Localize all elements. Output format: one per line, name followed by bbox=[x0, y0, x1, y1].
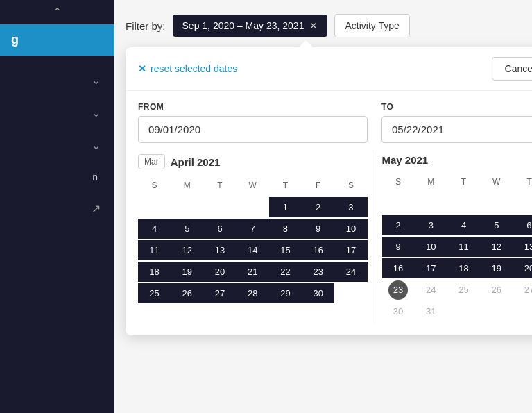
left-day-30[interactable]: 30 bbox=[302, 283, 334, 303]
left-day-19[interactable]: 19 bbox=[171, 262, 203, 282]
left-day-empty-3 bbox=[203, 197, 236, 217]
left-day-21[interactable]: 21 bbox=[237, 262, 269, 282]
left-day-15[interactable]: 15 bbox=[269, 240, 302, 260]
sidebar-brand: g bbox=[0, 24, 114, 56]
left-calendar: Mar April 2021 S M T W T F S bbox=[138, 151, 375, 323]
calendars-section: Mar April 2021 S M T W T F S bbox=[126, 151, 532, 335]
left-day-13[interactable]: 13 bbox=[203, 240, 236, 260]
chevron-down-icon-3: ⌄ bbox=[92, 139, 101, 152]
to-date-input[interactable] bbox=[381, 116, 532, 143]
right-day-17[interactable]: 17 bbox=[415, 258, 447, 278]
cancel-button[interactable]: Cancel bbox=[492, 57, 532, 81]
right-day-20[interactable]: 20 bbox=[513, 258, 532, 278]
left-day-24[interactable]: 24 bbox=[334, 262, 367, 282]
sidebar-nav-item-n[interactable]: n bbox=[0, 162, 114, 192]
popup-top-bar: ✕ reset selected dates Cancel Apply bbox=[126, 47, 532, 91]
left-day-4[interactable]: 4 bbox=[138, 219, 171, 239]
left-week-2: 4 5 6 7 8 9 10 bbox=[138, 219, 368, 239]
right-day-5[interactable]: 5 bbox=[480, 215, 513, 235]
right-day-13[interactable]: 13 bbox=[513, 237, 532, 257]
left-day-7[interactable]: 7 bbox=[237, 219, 269, 239]
right-calendar: May 2021 S M T W T F S bbox=[375, 151, 533, 323]
right-day-31[interactable]: 31 bbox=[415, 301, 447, 321]
reset-dates-link[interactable]: ✕ reset selected dates bbox=[138, 63, 237, 74]
right-day-26[interactable]: 26 bbox=[480, 280, 513, 300]
label-n: n bbox=[92, 171, 98, 183]
calendar-popup: ✕ reset selected dates Cancel Apply FROM… bbox=[126, 47, 532, 335]
left-week-4: 18 19 20 21 22 23 24 bbox=[138, 262, 368, 282]
right-week-6: 30 31 bbox=[382, 301, 533, 321]
right-day-27[interactable]: 27 bbox=[513, 280, 532, 300]
left-day-1[interactable]: 1 bbox=[269, 197, 302, 217]
left-month-title: April 2021 bbox=[171, 156, 221, 168]
left-day-2[interactable]: 2 bbox=[302, 197, 334, 217]
left-day-20[interactable]: 20 bbox=[203, 262, 236, 282]
left-day-5[interactable]: 5 bbox=[171, 219, 203, 239]
main-area: Filter by: Sep 1, 2020 – May 23, 2021 ✕ … bbox=[114, 0, 532, 413]
left-day-17[interactable]: 17 bbox=[334, 240, 367, 260]
sidebar-external-link[interactable]: ↗ bbox=[0, 192, 114, 225]
rdow-t2: T bbox=[513, 174, 532, 189]
date-inputs: FROM TO bbox=[126, 91, 532, 151]
right-day-6[interactable]: 6 bbox=[513, 215, 532, 235]
right-day-12[interactable]: 12 bbox=[480, 237, 513, 257]
right-day-9[interactable]: 9 bbox=[382, 237, 415, 257]
date-range-close-icon[interactable]: ✕ bbox=[309, 20, 318, 31]
left-day-8[interactable]: 8 bbox=[269, 219, 302, 239]
left-day-10[interactable]: 10 bbox=[334, 219, 367, 239]
sidebar-nav-item-3[interactable]: ⌄ bbox=[0, 129, 114, 162]
left-day-27[interactable]: 27 bbox=[203, 283, 236, 303]
left-day-14[interactable]: 14 bbox=[237, 240, 269, 260]
filter-bar: Filter by: Sep 1, 2020 – May 23, 2021 ✕ … bbox=[114, 0, 532, 49]
left-day-3[interactable]: 3 bbox=[334, 197, 367, 217]
right-day-3[interactable]: 3 bbox=[415, 215, 447, 235]
left-day-28[interactable]: 28 bbox=[237, 283, 269, 303]
left-day-26[interactable]: 26 bbox=[171, 283, 203, 303]
left-cal-grid: S M T W T F S 1 2 bbox=[138, 178, 368, 303]
right-day-16[interactable]: 16 bbox=[382, 258, 415, 278]
reset-dates-label: reset selected dates bbox=[151, 63, 237, 74]
right-day-18[interactable]: 18 bbox=[447, 258, 480, 278]
left-day-6[interactable]: 6 bbox=[203, 219, 236, 239]
left-day-empty-end bbox=[334, 283, 367, 303]
right-day-2[interactable]: 2 bbox=[382, 215, 415, 235]
dow-s1: S bbox=[138, 178, 171, 193]
rdow-w1: W bbox=[480, 174, 513, 189]
left-day-18[interactable]: 18 bbox=[138, 262, 171, 282]
date-range-badge[interactable]: Sep 1, 2020 – May 23, 2021 ✕ bbox=[173, 15, 328, 37]
rdow-s1: S bbox=[382, 174, 415, 189]
left-day-23[interactable]: 23 bbox=[302, 262, 334, 282]
right-day-30[interactable]: 30 bbox=[382, 301, 415, 321]
right-day-4[interactable]: 4 bbox=[447, 215, 480, 235]
prev-month-button[interactable]: Mar bbox=[138, 154, 165, 169]
right-day-19[interactable]: 19 bbox=[480, 258, 513, 278]
left-day-12[interactable]: 12 bbox=[171, 240, 203, 260]
sidebar-nav-item-2[interactable]: ⌄ bbox=[0, 96, 114, 129]
right-week-1: 1 bbox=[382, 194, 533, 214]
left-day-empty-2 bbox=[171, 197, 203, 217]
right-day-11[interactable]: 11 bbox=[447, 237, 480, 257]
dow-t1: T bbox=[203, 178, 236, 193]
left-week-5: 25 26 27 28 29 30 bbox=[138, 283, 368, 303]
right-day-10[interactable]: 10 bbox=[415, 237, 447, 257]
left-day-22[interactable]: 22 bbox=[269, 262, 302, 282]
external-link-icon: ↗ bbox=[92, 202, 101, 215]
left-day-29[interactable]: 29 bbox=[269, 283, 302, 303]
left-day-9[interactable]: 9 bbox=[302, 219, 334, 239]
left-day-16[interactable]: 16 bbox=[302, 240, 334, 260]
right-week-5: 23 24 25 26 27 28 29 bbox=[382, 280, 533, 300]
left-day-25[interactable]: 25 bbox=[138, 283, 171, 303]
activity-type-button[interactable]: Activity Type bbox=[334, 14, 409, 37]
from-date-input[interactable] bbox=[138, 116, 368, 143]
right-day-25[interactable]: 25 bbox=[447, 280, 480, 300]
right-week-3: 9 10 11 12 13 14 15 bbox=[382, 237, 533, 257]
sidebar-nav-item-1[interactable]: ⌄ bbox=[0, 64, 114, 96]
right-day-23[interactable]: 23 bbox=[382, 280, 415, 300]
right-day-24[interactable]: 24 bbox=[415, 280, 447, 300]
sidebar-collapse-arrow[interactable]: ⌃ bbox=[0, 0, 114, 24]
right-dow-row: S M T W T F S bbox=[382, 174, 533, 189]
left-day-11[interactable]: 11 bbox=[138, 240, 171, 260]
left-week-1: 1 2 3 bbox=[138, 197, 368, 217]
dow-f1: F bbox=[302, 178, 334, 193]
dow-t2: T bbox=[269, 178, 302, 193]
